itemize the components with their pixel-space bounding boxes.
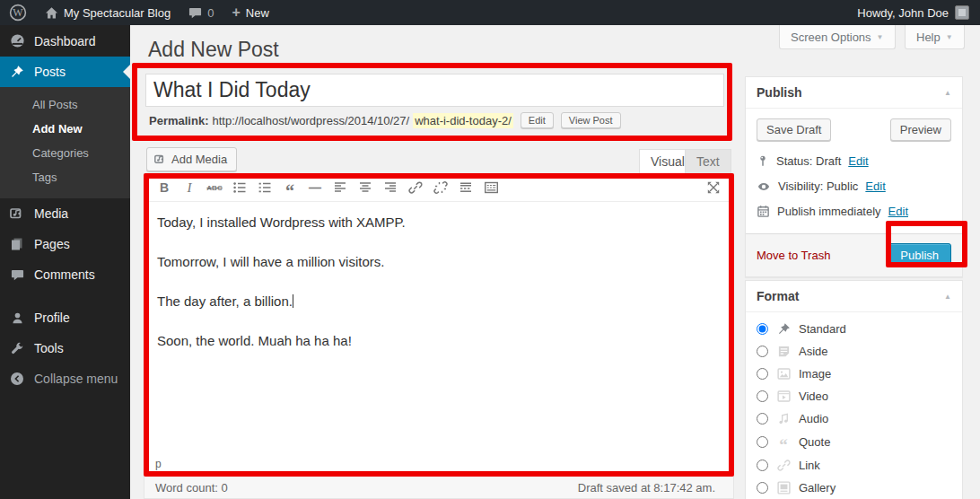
save-draft-button[interactable]: Save Draft xyxy=(757,118,831,141)
profile-icon xyxy=(9,311,25,325)
admin-sidebar: Dashboard Posts All Posts Add New Catego… xyxy=(0,25,130,499)
howdy-text[interactable]: Howdy, John Doe xyxy=(857,6,949,20)
editor-paragraph: Today, I installed Wordpress with XAMPP. xyxy=(157,214,721,232)
screen-options-tab[interactable]: Screen Options ▼ xyxy=(779,25,896,49)
editor-paragraph: Soon, the world. Muah ha ha ha! xyxy=(157,332,721,350)
numbered-list-button[interactable] xyxy=(254,177,276,198)
dashboard-icon xyxy=(9,33,25,48)
format-radio-link[interactable] xyxy=(757,460,768,471)
format-label: Aside xyxy=(799,345,828,358)
comments-menu[interactable]: 0 xyxy=(179,0,223,25)
align-center-button[interactable] xyxy=(354,177,376,198)
svg-text:W: W xyxy=(13,6,23,19)
panel-toggle-icon[interactable]: ▲ xyxy=(944,89,951,97)
format-label: Image xyxy=(799,367,831,381)
format-radio-video[interactable] xyxy=(757,390,768,402)
add-media-button[interactable]: Add Media xyxy=(146,147,237,171)
format-panel-title: Format xyxy=(757,289,799,303)
format-radio-gallery[interactable] xyxy=(757,482,768,494)
sidebar-item-collapse-menu[interactable]: Collapse menu xyxy=(0,363,130,394)
editor-paragraph: Tomorrow, I will have a million visitors… xyxy=(157,253,721,271)
help-tab[interactable]: Help ▼ xyxy=(905,25,965,49)
publish-panel-header[interactable]: Publish ▲ xyxy=(746,77,962,109)
post-schedule-row: Publish immediately Edit xyxy=(757,205,951,218)
sidebar-item-media[interactable]: Media xyxy=(0,198,130,229)
sidebar-item-dashboard[interactable]: Dashboard xyxy=(0,25,130,57)
sidebar-item-categories[interactable]: Categories xyxy=(0,141,130,165)
strikethrough-button[interactable]: ABC xyxy=(204,177,225,198)
sidebar-item-profile[interactable]: Profile xyxy=(0,302,130,333)
blockquote-button[interactable]: “ xyxy=(279,177,301,198)
italic-button[interactable]: I xyxy=(179,177,200,198)
add-media-label: Add Media xyxy=(171,153,227,166)
permalink-label: Permalink: xyxy=(149,114,208,127)
sidebar-item-posts[interactable]: Posts xyxy=(0,57,130,87)
preview-button[interactable]: Preview xyxy=(890,118,951,141)
remove-link-button[interactable] xyxy=(430,177,451,198)
collapse-arrow-icon xyxy=(9,372,25,386)
schedule-text: Publish immediately xyxy=(777,205,881,218)
chevron-down-icon: ▼ xyxy=(946,33,953,41)
format-radio-audio[interactable] xyxy=(757,413,768,425)
sidebar-item-label: Pages xyxy=(34,237,70,251)
format-option-standard: Standard xyxy=(757,322,951,336)
edit-status-link[interactable]: Edit xyxy=(848,154,868,168)
edit-permalink-button[interactable]: Edit xyxy=(521,112,554,128)
editor-element-path[interactable]: p xyxy=(144,456,733,475)
format-radio-aside[interactable] xyxy=(757,346,768,357)
editor-content-area[interactable]: Today, I installed Wordpress with XAMPP.… xyxy=(144,202,733,456)
edit-schedule-link[interactable]: Edit xyxy=(888,205,908,218)
post-status-row: Status: Draft Edit xyxy=(757,154,951,168)
view-post-button[interactable]: View Post xyxy=(561,112,621,128)
format-option-aside: Aside xyxy=(757,345,951,358)
format-label: Video xyxy=(799,390,828,403)
bold-button[interactable]: B xyxy=(153,177,175,198)
publishing-actions: Move to Trash Publish xyxy=(746,233,962,276)
wrench-icon xyxy=(9,342,25,355)
format-radio-quote[interactable] xyxy=(757,436,768,448)
sidebar-item-tools[interactable]: Tools xyxy=(0,333,130,363)
site-menu[interactable]: My Spectacular Blog xyxy=(36,0,179,25)
tab-text-label: Text xyxy=(696,154,720,169)
home-icon xyxy=(45,6,58,20)
help-label: Help xyxy=(916,31,941,44)
post-title-input[interactable] xyxy=(145,74,724,107)
align-left-button[interactable] xyxy=(329,177,351,198)
align-right-button[interactable] xyxy=(380,177,401,198)
format-radio-image[interactable] xyxy=(757,368,768,380)
horizontal-rule-button[interactable]: — xyxy=(304,177,326,198)
sidebar-item-add-new[interactable]: Add New xyxy=(0,117,130,141)
chevron-down-icon: ▼ xyxy=(877,33,884,41)
pages-icon xyxy=(9,237,25,251)
panel-toggle-icon[interactable]: ▲ xyxy=(944,293,951,301)
wordpress-logo-icon: W xyxy=(9,4,27,22)
insert-link-button[interactable] xyxy=(405,177,426,198)
sidebar-item-pages[interactable]: Pages xyxy=(0,229,130,259)
link-chain-icon xyxy=(775,459,792,472)
pushpin-icon xyxy=(9,65,25,79)
publish-panel-title: Publish xyxy=(757,85,802,100)
sidebar-item-all-posts[interactable]: All Posts xyxy=(0,92,130,117)
format-label: Link xyxy=(799,459,820,472)
tab-visual-label: Visual xyxy=(651,154,685,169)
wordpress-logo-menu[interactable]: W xyxy=(0,0,36,25)
new-content-menu[interactable]: + New xyxy=(223,0,277,25)
toolbar-toggle-button[interactable] xyxy=(480,177,502,198)
comments-icon xyxy=(9,268,25,282)
sidebar-item-tags[interactable]: Tags xyxy=(0,165,130,189)
format-radio-standard[interactable] xyxy=(757,323,768,335)
sidebar-item-label: Profile xyxy=(34,311,70,325)
edit-visibility-link[interactable]: Edit xyxy=(865,179,885,193)
user-avatar[interactable] xyxy=(955,5,969,20)
insert-more-tag-button[interactable] xyxy=(455,177,477,198)
tab-text[interactable]: Text xyxy=(685,149,731,173)
bulleted-list-button[interactable] xyxy=(229,177,250,198)
comment-bubble-icon xyxy=(188,6,202,20)
sidebar-item-comments[interactable]: Comments xyxy=(0,259,130,290)
format-option-link: Link xyxy=(757,459,951,472)
visibility-text: Visibility: Public xyxy=(778,179,858,193)
fullscreen-button[interactable] xyxy=(703,177,724,198)
move-to-trash-link[interactable]: Move to Trash xyxy=(757,249,830,262)
format-panel-header[interactable]: Format ▲ xyxy=(746,281,962,312)
publish-button[interactable]: Publish xyxy=(888,243,951,267)
